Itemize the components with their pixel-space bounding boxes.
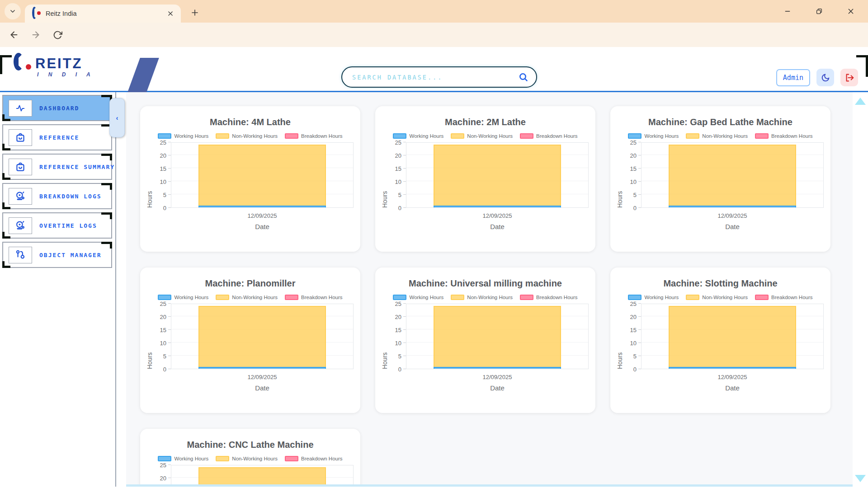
sidebar-item-label: DASHBOARD	[39, 105, 79, 112]
y-axis: 0510152025	[625, 142, 641, 208]
tab-search-button[interactable]	[5, 3, 21, 19]
scroll-up-arrow-icon[interactable]	[855, 98, 866, 105]
legend-item[interactable]: Breakdown Hours	[755, 133, 812, 139]
legend-item[interactable]: Working Hours	[628, 133, 679, 139]
bar-stack	[434, 306, 561, 369]
y-axis: 0510152025	[155, 142, 171, 208]
logout-button[interactable]	[840, 69, 858, 86]
chart-title: Machine: Planomiller	[140, 278, 360, 289]
scroll-down-arrow-icon[interactable]	[855, 475, 866, 482]
bar-segment-working_hours	[434, 206, 561, 207]
dark-mode-toggle[interactable]	[816, 69, 834, 86]
y-axis-label: Hours	[145, 465, 155, 487]
restore-button[interactable]	[810, 2, 828, 20]
sidebar-collapse-button[interactable]: ‹	[109, 98, 125, 137]
y-tick-label: 10	[160, 178, 166, 185]
sidebar-item-overtime-logs[interactable]: OVERTIME LOGS	[2, 212, 112, 239]
legend-item[interactable]: Breakdown Hours	[520, 133, 577, 139]
bag-icon	[9, 159, 32, 175]
search-bar[interactable]	[341, 66, 537, 88]
reload-button[interactable]	[50, 27, 65, 42]
y-tick-label: 0	[398, 205, 401, 211]
legend-swatch	[451, 133, 464, 139]
legend-item[interactable]: Breakdown Hours	[755, 295, 812, 300]
vertical-scrollbar[interactable]	[853, 92, 868, 487]
legend-item[interactable]: Non-Working Hours	[451, 295, 513, 300]
close-window-button[interactable]	[842, 2, 860, 20]
x-axis-label: Date	[641, 384, 824, 392]
legend-item[interactable]: Working Hours	[158, 133, 208, 139]
y-tick-label: 15	[630, 165, 637, 172]
legend-item[interactable]: Working Hours	[393, 133, 443, 139]
bar-segment-working_hours	[669, 367, 796, 369]
legend-item[interactable]: Breakdown Hours	[285, 456, 342, 461]
sidebar-item-dashboard[interactable]: DASHBOARD	[2, 95, 112, 121]
bar-stack	[198, 467, 326, 487]
forward-button[interactable]	[28, 27, 43, 42]
legend-item[interactable]: Working Hours	[628, 295, 679, 300]
sidebar-item-label: OBJECT MANAGER	[39, 252, 102, 258]
y-tick-label: 15	[395, 327, 401, 333]
y-tick-label: 25	[160, 300, 166, 307]
logout-icon	[844, 73, 854, 83]
sidebar-item-object-manager[interactable]: OBJECT MANAGER	[2, 242, 112, 268]
legend-item[interactable]: Non-Working Hours	[216, 295, 278, 300]
search-input[interactable]	[352, 74, 518, 81]
y-tick-label: 25	[160, 462, 166, 469]
chart-legend: Working HoursNon-Working HoursBreakdown …	[375, 133, 595, 139]
legend-item[interactable]: Breakdown Hours	[520, 295, 577, 300]
legend-item[interactable]: Non-Working Hours	[216, 456, 278, 461]
legend-item[interactable]: Breakdown Hours	[285, 133, 342, 139]
legend-item[interactable]: Non-Working Hours	[451, 133, 513, 139]
legend-item[interactable]: Non-Working Hours	[686, 133, 748, 139]
minimize-button[interactable]	[778, 2, 797, 20]
chart-legend: Working HoursNon-Working HoursBreakdown …	[140, 133, 360, 139]
new-tab-button[interactable]	[188, 5, 202, 20]
y-tick-label: 10	[395, 340, 401, 347]
forward-icon	[31, 30, 41, 40]
sidebar-item-reference-summary[interactable]: REFERENCE SUMMARY	[2, 154, 112, 180]
browser-toolbar: reitz.appshives.com/futuristicInterface/…	[0, 23, 868, 47]
plot-area	[171, 465, 354, 487]
back-button[interactable]	[6, 27, 22, 42]
window-controls	[778, 0, 868, 23]
chart-legend: Working HoursNon-Working HoursBreakdown …	[610, 133, 830, 139]
plot-area	[641, 142, 824, 208]
bar-segment-non_working_hours	[198, 306, 326, 367]
moon-icon	[821, 73, 830, 83]
y-tick-label: 25	[630, 139, 637, 146]
y-tick-label: 5	[163, 353, 166, 360]
legend-item[interactable]: Working Hours	[158, 456, 208, 461]
bar-segment-working_hours	[434, 367, 561, 369]
site-favicon-icon	[32, 9, 41, 18]
y-tick-label: 25	[160, 139, 166, 146]
y-tick-label: 5	[398, 353, 401, 360]
y-tick-label: 20	[395, 152, 401, 159]
legend-item[interactable]: Non-Working Hours	[686, 295, 748, 300]
sidebar-item-breakdown-logs[interactable]: BREAKDOWN LOGS	[2, 183, 112, 209]
y-tick-label: 10	[630, 340, 637, 347]
x-axis-label: Date	[171, 223, 354, 230]
bar-segment-non_working_hours	[669, 145, 796, 206]
sidebar-item-reference[interactable]: REFERENCE	[2, 124, 112, 150]
y-tick-label: 15	[630, 327, 637, 333]
y-tick-label: 5	[163, 192, 166, 198]
legend-item[interactable]: Working Hours	[158, 295, 208, 300]
logo-c-icon	[14, 58, 33, 77]
legend-item[interactable]: Working Hours	[393, 295, 443, 300]
search-icon[interactable]	[518, 72, 529, 83]
chart-legend: Working HoursNon-Working HoursBreakdown …	[140, 295, 360, 300]
horizontal-scrollbar[interactable]	[126, 484, 853, 487]
browser-tab[interactable]: Reitz India	[25, 5, 181, 23]
alarm-icon	[9, 217, 32, 234]
stacked-bar-chart: Hours051015202512/09/2025Date	[140, 142, 360, 230]
legend-item[interactable]: Breakdown Hours	[285, 295, 342, 300]
admin-button[interactable]: Admin	[776, 69, 810, 86]
activity-icon	[9, 100, 32, 117]
legend-item[interactable]: Non-Working Hours	[216, 133, 278, 139]
tab-close-icon[interactable]	[165, 9, 175, 19]
bar-segment-non_working_hours	[198, 467, 326, 487]
y-tick-label: 0	[633, 366, 637, 373]
plus-icon	[191, 9, 199, 17]
tab-title: Reitz India	[46, 10, 165, 17]
